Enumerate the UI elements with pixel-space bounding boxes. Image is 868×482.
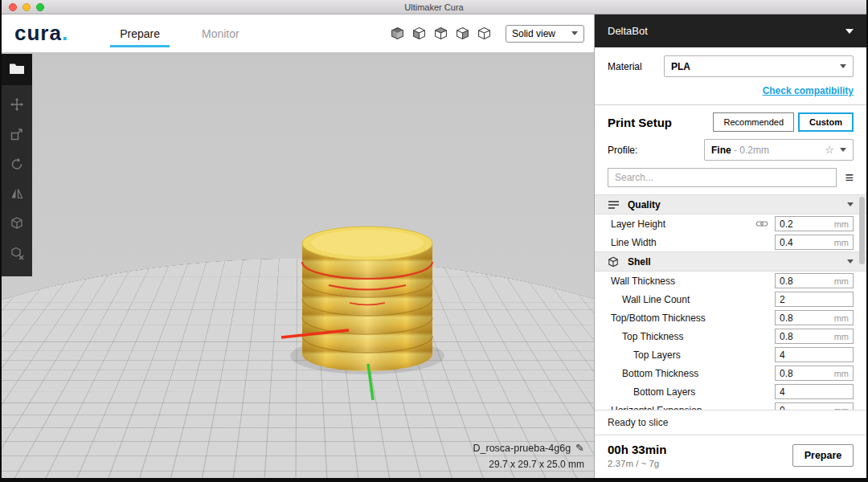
profile-value: Fine bbox=[711, 145, 731, 156]
setting-value-box: mm bbox=[775, 216, 854, 231]
view-top-icon[interactable] bbox=[434, 27, 448, 39]
check-compatibility-link[interactable]: Check compatibility bbox=[763, 85, 854, 96]
top-header: cura. Prepare Monitor bbox=[2, 14, 594, 52]
material-row: Material PLA bbox=[595, 47, 866, 77]
compatibility-row: Check compatibility bbox=[595, 77, 866, 104]
setting-value-input[interactable] bbox=[780, 386, 845, 398]
setting-row-layer-height: Layer Height mm bbox=[595, 214, 866, 233]
quality-icon bbox=[608, 200, 621, 210]
setting-value-input[interactable] bbox=[780, 368, 831, 379]
material-usage-estimate: 2.37m / ~ 7g bbox=[608, 459, 666, 468]
model-dimensions: 29.7 x 29.7 x 25.0 mm bbox=[473, 459, 584, 470]
setting-value-input[interactable] bbox=[780, 331, 831, 342]
workspace: cura. Prepare Monitor bbox=[2, 14, 594, 478]
star-icon[interactable]: ☆ bbox=[825, 145, 834, 155]
stage-tabs: Prepare Monitor bbox=[99, 14, 260, 52]
setting-value-input[interactable] bbox=[780, 219, 831, 230]
setting-row-top-bottom-thickness: Top/Bottom Thickness mm bbox=[595, 308, 866, 327]
mirror-icon bbox=[10, 186, 24, 204]
setting-row-bottom-layers: Bottom Layers bbox=[595, 382, 866, 401]
settings-panel: DeltaBot Material PLA Check compatibilit… bbox=[594, 14, 866, 478]
link-icon bbox=[755, 220, 768, 227]
model-info: D_rosca-prueba-4g6g✎ 29.7 x 29.7 x 25.0 … bbox=[473, 442, 584, 470]
setting-value-input[interactable] bbox=[780, 349, 845, 361]
settings-category-shell[interactable]: Shell bbox=[595, 251, 866, 272]
profile-row: Profile: Fine - 0.2mm ☆ bbox=[595, 137, 866, 167]
setting-value-input[interactable] bbox=[780, 405, 831, 411]
print-setup-title: Print Setup bbox=[608, 116, 672, 129]
settings-scrollbar[interactable] bbox=[859, 197, 865, 264]
prepare-button[interactable]: Prepare bbox=[792, 444, 854, 467]
viewport-3d[interactable]: D_rosca-prueba-4g6g✎ 29.7 x 29.7 x 25.0 … bbox=[2, 52, 594, 478]
settings-menu-icon[interactable]: ≡ bbox=[845, 170, 854, 185]
rotate-tool-button[interactable] bbox=[2, 150, 32, 180]
view-mode-value: Solid view bbox=[512, 28, 555, 39]
setting-value-input[interactable] bbox=[780, 294, 845, 305]
setting-row-top-layers: Top Layers bbox=[595, 345, 866, 364]
setting-label: Line Width bbox=[608, 237, 775, 248]
view-front-icon[interactable] bbox=[412, 27, 426, 39]
close-button[interactable] bbox=[9, 3, 17, 11]
setting-label: Wall Line Count bbox=[608, 294, 775, 305]
machine-selector[interactable]: DeltaBot bbox=[595, 14, 866, 47]
move-tool-button[interactable] bbox=[2, 91, 32, 120]
logo-dot: . bbox=[62, 21, 68, 45]
open-file-button[interactable] bbox=[2, 54, 32, 85]
material-dropdown[interactable]: PLA bbox=[664, 55, 854, 77]
setting-label: Horizontal Expansion bbox=[608, 405, 775, 411]
model-3d[interactable] bbox=[239, 217, 504, 458]
mirror-tool-button[interactable] bbox=[2, 180, 32, 210]
chevron-down-icon bbox=[847, 259, 854, 263]
setting-unit: mm bbox=[834, 369, 849, 378]
setting-unit: mm bbox=[834, 219, 849, 229]
setting-row-wall-line-count: Wall Line Count bbox=[595, 290, 866, 308]
move-icon bbox=[10, 97, 24, 115]
per-model-settings-button[interactable] bbox=[2, 210, 32, 239]
recommended-mode-button[interactable]: Recommended bbox=[713, 112, 794, 132]
slice-footer: 00h 33min 2.37m / ~ 7g Prepare bbox=[595, 435, 866, 478]
search-input[interactable] bbox=[608, 168, 837, 187]
minimize-button[interactable] bbox=[23, 3, 31, 11]
tab-monitor[interactable]: Monitor bbox=[181, 14, 260, 52]
view-3d-icon[interactable] bbox=[391, 27, 404, 39]
support-blocker-button[interactable] bbox=[2, 239, 32, 269]
zoom-button[interactable] bbox=[36, 3, 44, 11]
folder-icon bbox=[9, 62, 25, 78]
chevron-down-icon bbox=[840, 64, 846, 68]
setting-value-box: mm bbox=[775, 329, 854, 344]
setting-row-line-width: Line Width mm bbox=[595, 233, 866, 251]
profile-suffix: - 0.2mm bbox=[731, 145, 769, 156]
setting-value-input[interactable] bbox=[780, 312, 831, 324]
setting-value-input[interactable] bbox=[780, 237, 831, 248]
per-model-settings-icon bbox=[10, 216, 24, 234]
search-row: ≡ bbox=[595, 167, 866, 194]
scale-tool-button[interactable] bbox=[2, 120, 32, 150]
setting-value-box: mm bbox=[775, 402, 854, 410]
material-value: PLA bbox=[671, 61, 690, 72]
cura-logo: cura. bbox=[14, 21, 68, 46]
scale-icon bbox=[10, 127, 24, 145]
tab-label: Monitor bbox=[202, 27, 240, 40]
setting-label: Wall Thickness bbox=[608, 276, 775, 287]
setting-unit: mm bbox=[834, 313, 849, 323]
view-right-icon[interactable] bbox=[477, 27, 491, 39]
titlebar: Ultimaker Cura bbox=[2, 0, 866, 14]
slice-status: Ready to slice bbox=[595, 410, 866, 435]
setting-row-wall-thickness: Wall Thickness mm bbox=[595, 272, 866, 290]
setting-label: Bottom Layers bbox=[608, 386, 775, 398]
setting-value-box bbox=[775, 384, 854, 399]
view-left-icon[interactable] bbox=[456, 27, 469, 39]
print-setup-header: Print Setup Recommended Custom bbox=[595, 105, 866, 137]
rename-pencil-icon[interactable]: ✎ bbox=[575, 442, 584, 454]
setting-value-input[interactable] bbox=[780, 276, 831, 287]
profile-dropdown[interactable]: Fine - 0.2mm ☆ bbox=[704, 139, 854, 161]
setting-value-box: mm bbox=[775, 235, 854, 250]
tab-label: Prepare bbox=[120, 27, 160, 40]
tab-prepare[interactable]: Prepare bbox=[99, 14, 181, 52]
setting-value-box: mm bbox=[775, 273, 854, 288]
setting-row-top-thickness: Top Thickness mm bbox=[595, 327, 866, 345]
setting-value-box: mm bbox=[775, 310, 854, 325]
custom-mode-button[interactable]: Custom bbox=[798, 112, 854, 132]
settings-category-quality[interactable]: Quality bbox=[595, 194, 866, 214]
view-mode-dropdown[interactable]: Solid view bbox=[506, 25, 584, 43]
